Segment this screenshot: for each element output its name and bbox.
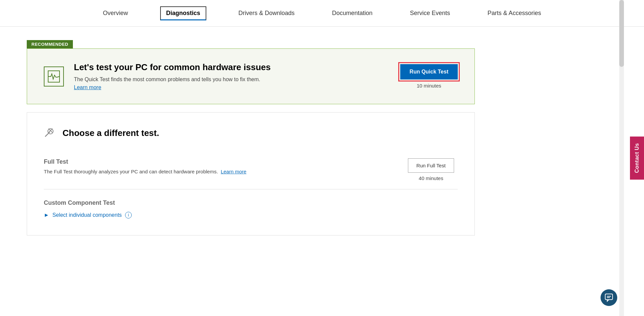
full-test-title: Full Test (44, 158, 398, 165)
full-test-info: Full Test The Full Test thoroughly analy… (44, 158, 398, 174)
recommended-action: Run Quick Test 10 minutes (400, 64, 458, 89)
scrollbar-thumb[interactable] (619, 0, 624, 67)
main-content: RECOMMENDED Let's test your PC for commo… (0, 27, 502, 249)
run-quick-test-button[interactable]: Run Quick Test (400, 64, 458, 80)
nav-item-drivers[interactable]: Drivers & Downloads (233, 7, 300, 19)
select-components-row[interactable]: ► Select individual components i (44, 212, 458, 218)
info-icon[interactable]: i (125, 212, 132, 218)
tools-icon (44, 126, 56, 140)
nav-item-overview[interactable]: Overview (98, 7, 133, 19)
full-test-section: Full Test The Full Test thoroughly analy… (44, 150, 458, 189)
top-navigation: Overview Diagnostics Drivers & Downloads… (0, 0, 644, 27)
full-test-action: Run Full Test 40 minutes (404, 158, 458, 181)
chat-button[interactable] (601, 289, 617, 306)
nav-items: Overview Diagnostics Drivers & Downloads… (98, 6, 546, 20)
nav-item-documentation[interactable]: Documentation (327, 7, 378, 19)
nav-item-diagnostics[interactable]: Diagnostics (160, 6, 206, 20)
heartbeat-icon (44, 66, 64, 87)
custom-test-section: Custom Component Test ► Select individua… (44, 189, 458, 222)
full-test-description: The Full Test thoroughly analyzes your P… (44, 169, 398, 174)
svg-rect-5 (605, 294, 613, 300)
recommended-badge: RECOMMENDED (27, 40, 73, 48)
expand-arrow-icon: ► (44, 212, 49, 218)
recommended-text: Let's test your PC for common hardware i… (74, 62, 390, 91)
different-test-title: Choose a different test. (63, 128, 159, 138)
quick-test-time: 10 minutes (417, 83, 441, 89)
recommended-description: The Quick Test finds the most common pro… (74, 76, 390, 83)
svg-point-2 (48, 129, 53, 134)
run-full-test-button[interactable]: Run Full Test (408, 158, 454, 173)
scrollbar[interactable] (619, 0, 624, 316)
svg-line-1 (45, 132, 50, 137)
recommended-section: RECOMMENDED Let's test your PC for commo… (27, 40, 475, 104)
full-test-time: 40 minutes (419, 175, 443, 181)
custom-test-title: Custom Component Test (44, 199, 458, 206)
card-header: Choose a different test. (44, 126, 458, 140)
full-test-learn-more[interactable]: Learn more (221, 169, 246, 174)
nav-item-parts[interactable]: Parts & Accessories (482, 7, 546, 19)
recommended-card: Let's test your PC for common hardware i… (27, 48, 475, 104)
contact-us-button[interactable]: Contact Us (630, 136, 644, 179)
recommended-learn-more[interactable]: Learn more (74, 85, 101, 90)
select-individual-components-link[interactable]: Select individual components (52, 212, 122, 218)
recommended-title: Let's test your PC for common hardware i… (74, 62, 390, 72)
different-test-card: Choose a different test. Full Test The F… (27, 112, 475, 235)
nav-item-service-events[interactable]: Service Events (405, 7, 455, 19)
